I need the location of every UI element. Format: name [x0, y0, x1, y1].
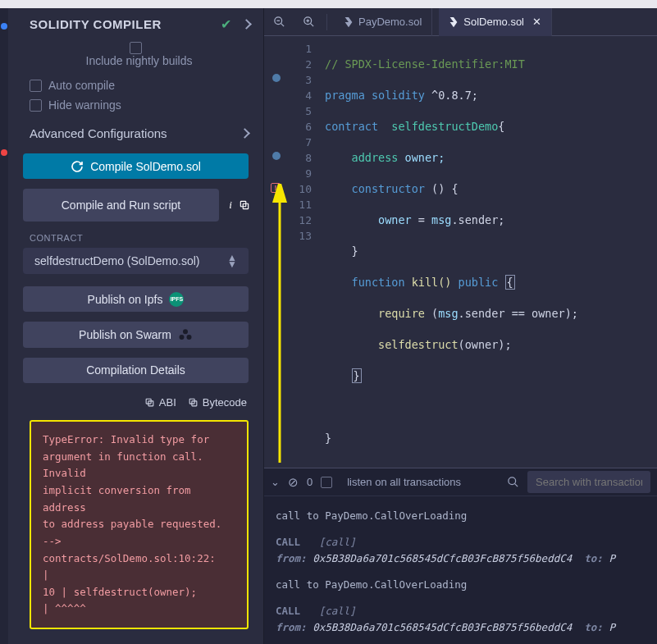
from-hash: 0x5B38Da6a701c568545dCfcB03FcB875f56bedd… — [313, 621, 572, 633]
terminal-output[interactable]: call to PayDemo.CallOverLoading CALL [ca… — [264, 496, 657, 644]
code-token: function — [352, 276, 405, 289]
pending-count: 0 — [307, 476, 313, 488]
line-number: 10 — [290, 181, 312, 197]
panel-title: SOLIDITY COMPILER — [30, 17, 162, 31]
copy-icon[interactable] — [239, 199, 255, 211]
line-number: 7 — [290, 135, 312, 150]
from-label: from: — [276, 621, 307, 633]
compile-run-label: Compile and Run script — [62, 199, 181, 212]
chevron-right-icon[interactable] — [241, 19, 252, 30]
log-row[interactable]: CALL [call] from: 0x5B38Da6a701c568545dC… — [276, 529, 657, 572]
to-value: P — [609, 621, 615, 633]
code-token: selfdestructDemo — [391, 120, 498, 133]
ipfs-icon: IPFS — [169, 292, 184, 307]
code-token: address — [352, 151, 399, 164]
advanced-config-header[interactable]: Advanced Configurations — [8, 115, 263, 148]
code-token: public — [459, 276, 499, 289]
info-icon[interactable]: i — [222, 199, 239, 212]
check-icon: ✔ — [221, 16, 231, 32]
svg-point-4 — [183, 329, 188, 334]
breakpoint-marker[interactable] — [272, 74, 281, 82]
to-label: to: — [584, 552, 603, 564]
line-number: 6 — [290, 119, 312, 135]
terminal-search-input[interactable] — [527, 471, 650, 493]
error-marker-icon[interactable] — [271, 183, 281, 193]
code-token: owner; — [405, 151, 445, 164]
block-icon[interactable]: ⊘ — [288, 475, 299, 490]
collapse-icon[interactable]: ⌄ — [271, 476, 280, 488]
breakpoint-gutter[interactable] — [264, 36, 290, 468]
log-row[interactable]: call to PayDemo.CallOverLoading — [276, 572, 657, 598]
nightly-label: Include nightly builds — [86, 54, 193, 67]
code-token: msg — [431, 213, 451, 226]
chevron-right-icon — [240, 128, 250, 139]
search-icon[interactable] — [507, 476, 519, 488]
call-badge: CALL — [276, 536, 300, 548]
tab-soldemo[interactable]: SolDemo.sol ✕ — [439, 8, 552, 36]
compilation-details-button[interactable]: Compilation Details — [23, 358, 249, 383]
from-label: from: — [276, 552, 307, 564]
line-number: 2 — [290, 57, 312, 72]
code-token: kill() — [412, 276, 452, 289]
bytecode-link[interactable]: Bytecode — [188, 396, 247, 409]
from-hash: 0x5B38Da6a701c568545dCfcB03FcB875f56bedd… — [313, 552, 572, 564]
contract-select[interactable]: selfdestructDemo (SolDemo.sol) ▲▼ — [23, 248, 249, 273]
compile-button[interactable]: Compile SolDemo.sol — [23, 153, 249, 179]
code-token: { — [498, 120, 504, 133]
code-token: () — [431, 182, 445, 195]
code-token: msg — [438, 307, 458, 320]
svg-line-17 — [514, 483, 518, 486]
tab-label: SolDemo.sol — [463, 16, 524, 28]
refresh-icon — [71, 160, 84, 173]
line-number: 1 — [290, 41, 312, 57]
auto-compile-label: Auto compile — [48, 79, 115, 92]
publish-ipfs-label: Publish on Ipfs — [88, 293, 163, 306]
code-token: selfdestruct — [378, 338, 459, 351]
code-token: { — [505, 275, 515, 290]
editor-toolbar: PayDemo.sol SolDemo.sol ✕ — [264, 8, 657, 36]
code-token: } — [352, 368, 362, 383]
publish-ipfs-button[interactable]: Publish on Ipfs IPFS — [23, 286, 249, 312]
zoom-out-icon[interactable] — [267, 11, 290, 34]
log-row[interactable]: CALL [call] from: 0x5B38Da6a701c568545dC… — [276, 598, 657, 641]
code-token: = — [412, 213, 431, 226]
call-badge: CALL — [276, 605, 300, 617]
log-row[interactable]: call to PayDemo.CallOverLoading — [276, 503, 657, 529]
bytecode-label: Bytecode — [203, 396, 247, 409]
code-token: .sender; — [451, 213, 504, 226]
code-token: solidity — [372, 89, 425, 102]
compiler-panel: SOLIDITY COMPILER ✔ Include nightly buil… — [8, 8, 264, 644]
compile-run-button[interactable]: Compile and Run script — [23, 189, 219, 222]
contract-select-value: selfdestructDemo (SolDemo.sol) — [34, 254, 200, 267]
hide-warnings-label: Hide warnings — [48, 98, 121, 112]
breakpoint-marker[interactable] — [272, 152, 281, 160]
line-number: 8 — [290, 150, 312, 166]
code-content[interactable]: // SPDX-License-Identifier:MIT pragma so… — [320, 36, 657, 468]
code-token: } — [352, 244, 358, 258]
zoom-in-icon[interactable] — [297, 11, 320, 34]
auto-compile-option[interactable]: Auto compile — [8, 75, 263, 95]
line-number: 9 — [290, 166, 312, 181]
code-editor[interactable]: 1 2 3 4 5 6 7 8 9 10 11 12 13 // SPDX-Li… — [264, 36, 657, 468]
to-value: P — [609, 552, 615, 564]
hide-warnings-option[interactable]: Hide warnings — [8, 95, 263, 115]
line-number: 3 — [290, 72, 312, 88]
nightly-option[interactable]: Include nightly builds — [8, 39, 263, 71]
svg-line-13 — [310, 23, 313, 26]
code-token: constructor — [352, 182, 425, 195]
code-token: { — [451, 182, 458, 195]
indicator-dot-red — [1, 149, 7, 156]
publish-swarm-button[interactable]: Publish on Swarm — [23, 322, 249, 347]
close-icon[interactable]: ✕ — [532, 16, 541, 28]
solidity-file-icon — [449, 16, 459, 28]
line-number-gutter: 1 2 3 4 5 6 7 8 9 10 11 12 13 — [290, 36, 320, 468]
listen-label[interactable]: listen on all transactions — [347, 476, 461, 488]
publish-swarm-label: Publish on Swarm — [79, 328, 171, 341]
code-token: pragma — [325, 89, 365, 102]
compile-button-label: Compile SolDemo.sol — [90, 160, 201, 173]
tab-paydemo[interactable]: PayDemo.sol — [334, 8, 432, 36]
abi-link[interactable]: ABI — [144, 396, 176, 409]
error-line: 10 | selfdestruct(owner); — [43, 584, 235, 601]
select-arrows-icon: ▲▼ — [227, 254, 237, 267]
error-line: | — [43, 567, 235, 584]
